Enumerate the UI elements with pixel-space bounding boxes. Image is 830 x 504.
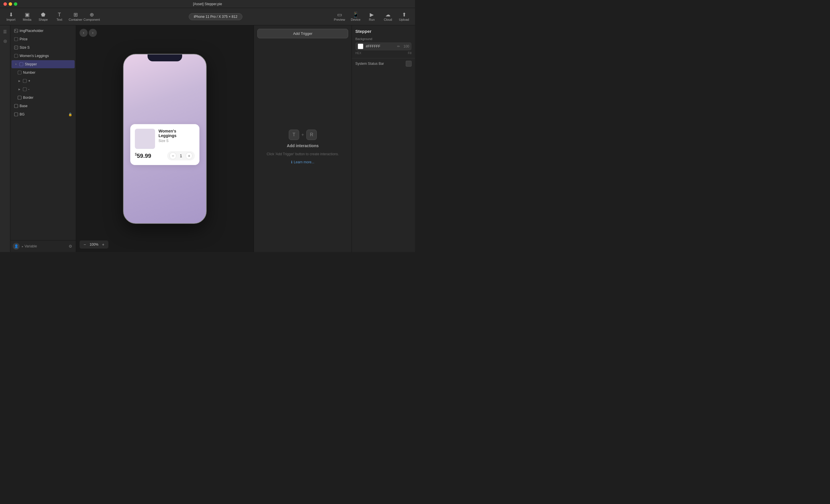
layer-womensleggings-label: Women's Leggings bbox=[20, 54, 49, 58]
layer-bg[interactable]: BG 🔒 bbox=[11, 110, 75, 119]
upload-button[interactable]: ⬆ Upload bbox=[396, 9, 412, 24]
component-button[interactable]: ⊕ Component bbox=[84, 9, 99, 24]
props-title: Stepper bbox=[355, 29, 412, 34]
upload-label: Upload bbox=[399, 18, 409, 21]
product-card-top: Women's Leggings Size S bbox=[135, 129, 195, 149]
background-label: Background bbox=[355, 37, 412, 41]
svg-rect-7 bbox=[18, 71, 21, 74]
price-symbol: $ bbox=[135, 153, 137, 156]
layers-toggle[interactable]: ☰ bbox=[1, 28, 9, 36]
product-title: Women's Leggings bbox=[159, 129, 195, 138]
shape-label: Shape bbox=[39, 18, 48, 21]
product-bottom: $59.99 − 1 + bbox=[135, 151, 195, 160]
properties-panel: Stepper Background #FFFFFF ✏ 100 HEX Fil… bbox=[352, 25, 415, 252]
nav-back-button[interactable]: ‹ bbox=[79, 29, 88, 37]
layer-minus-label: - bbox=[28, 87, 29, 91]
layer-minus-icon bbox=[23, 87, 27, 92]
svg-text:T: T bbox=[15, 47, 17, 49]
stepper-minus-button[interactable]: − bbox=[169, 153, 177, 159]
zoom-level: 100% bbox=[89, 242, 99, 246]
close-button[interactable] bbox=[3, 2, 7, 6]
media-button[interactable]: ▣ Media bbox=[20, 9, 35, 24]
layer-number[interactable]: Number bbox=[15, 69, 75, 77]
shortcut-plus-symbol: + bbox=[301, 132, 304, 137]
layer-number-label: Number bbox=[23, 71, 35, 75]
variable-button[interactable]: ▸ Variable bbox=[22, 244, 37, 248]
layer-frame2-icon bbox=[14, 54, 19, 58]
zoom-out-button[interactable]: − bbox=[82, 242, 88, 247]
interactions-panel: Add Trigger T + R Add interactions Click… bbox=[254, 25, 352, 252]
stepper-plus-button[interactable]: + bbox=[186, 153, 193, 159]
chevron-down-icon: ▾ bbox=[14, 62, 18, 66]
container-button[interactable]: ⊞ Container bbox=[68, 9, 83, 24]
layer-sizes[interactable]: T Size S bbox=[11, 43, 75, 52]
stepper-value: 1 bbox=[179, 154, 183, 158]
chevron-right2-icon: ▶ bbox=[17, 87, 21, 91]
settings-icon[interactable]: ⚙ bbox=[67, 243, 74, 250]
phone-mockup-container: Women's Leggings Size S $59.99 − bbox=[123, 54, 206, 224]
canvas-area[interactable]: ‹ › Women's Leggings Size S bbox=[76, 25, 254, 252]
interactions-title: Add interactions bbox=[287, 143, 318, 148]
layer-minus[interactable]: ▶ - bbox=[15, 85, 75, 93]
layer-border[interactable]: Border bbox=[15, 94, 75, 102]
canvas-zoom: − 100% + bbox=[79, 240, 108, 248]
component-icon: ⊕ bbox=[90, 12, 94, 17]
layer-imgplaceholder[interactable]: imgPlaceholder bbox=[11, 27, 75, 35]
component-label: Component bbox=[84, 18, 100, 21]
chevron-right-icon: ▶ bbox=[17, 79, 21, 83]
layer-price[interactable]: Price bbox=[11, 35, 75, 43]
price-value: 59.99 bbox=[137, 153, 151, 159]
toolbar-center: iPhone 11 Pro / X 375 × 812 bbox=[100, 13, 331, 20]
user-icon[interactable]: 👤 bbox=[13, 243, 20, 250]
layer-stepper[interactable]: ▾ Stepper bbox=[11, 60, 75, 68]
props-section-main: Stepper Background #FFFFFF ✏ 100 HEX Fil… bbox=[352, 25, 415, 58]
canvas-nav: ‹ › bbox=[79, 29, 97, 37]
nav-forward-button[interactable]: › bbox=[89, 29, 97, 37]
maximize-button[interactable] bbox=[14, 2, 17, 6]
layer-plus[interactable]: ▶ + bbox=[15, 77, 75, 85]
layer-base-icon bbox=[14, 104, 19, 108]
system-status-toggle[interactable] bbox=[406, 61, 412, 67]
run-icon: ▶ bbox=[370, 12, 374, 17]
svg-rect-2 bbox=[14, 37, 18, 41]
media-label: Media bbox=[23, 18, 31, 21]
assets-toggle[interactable]: ◎ bbox=[1, 37, 9, 45]
run-button[interactable]: ▶ Run bbox=[364, 9, 379, 24]
layer-womensleggings[interactable]: Women's Leggings bbox=[11, 52, 75, 60]
text-icon: T bbox=[58, 12, 61, 17]
device-selector[interactable]: iPhone 11 Pro / X 375 × 812 bbox=[189, 13, 242, 20]
color-swatch[interactable] bbox=[358, 43, 363, 49]
layer-plus-label: + bbox=[28, 79, 30, 83]
cloud-icon: ☁ bbox=[385, 12, 390, 17]
device-icon: 📱 bbox=[352, 12, 359, 17]
device-btn-label: Device bbox=[351, 18, 360, 21]
cloud-button[interactable]: ☁ Cloud bbox=[380, 9, 395, 24]
fill-label: Fill bbox=[408, 52, 412, 55]
product-info: Women's Leggings Size S bbox=[159, 129, 195, 145]
import-icon: ⬇ bbox=[9, 12, 13, 17]
minimize-button[interactable] bbox=[9, 2, 12, 6]
system-status-label: System Status Bar bbox=[355, 62, 384, 66]
preview-button[interactable]: ▭ Preview bbox=[332, 9, 347, 24]
layer-base[interactable]: Base bbox=[11, 102, 75, 110]
preview-label: Preview bbox=[334, 18, 345, 21]
add-trigger-button[interactable]: Add Trigger bbox=[257, 29, 348, 38]
titlebar: [Asset] Stepper.pie bbox=[0, 0, 415, 8]
text-label: Text bbox=[57, 18, 62, 21]
import-button[interactable]: ⬇ Import bbox=[3, 9, 19, 24]
shape-button[interactable]: ⬟ Shape bbox=[36, 9, 51, 24]
main-area: ☰ ◎ imgPlaceholder Price bbox=[0, 25, 415, 252]
svg-rect-9 bbox=[23, 88, 27, 91]
upload-icon: ⬆ bbox=[402, 12, 406, 17]
color-hex-value: #FFFFFF bbox=[366, 44, 395, 48]
layer-stepper-label: Stepper bbox=[25, 62, 37, 66]
text-button[interactable]: T Text bbox=[52, 9, 67, 24]
toolbar: ⬇ Import ▣ Media ⬟ Shape T Text ⊞ Contai… bbox=[0, 8, 415, 25]
eyedropper-icon[interactable]: ✏ bbox=[397, 44, 400, 48]
zoom-in-button[interactable]: + bbox=[100, 242, 106, 247]
stepper-control: − 1 + bbox=[167, 151, 195, 160]
device-label: iPhone 11 Pro / X 375 × 812 bbox=[194, 15, 237, 19]
learn-more-link[interactable]: ℹ Learn more... bbox=[291, 160, 314, 164]
left-iconbar: ☰ ◎ bbox=[0, 25, 10, 252]
device-button[interactable]: 📱 Device bbox=[348, 9, 363, 24]
